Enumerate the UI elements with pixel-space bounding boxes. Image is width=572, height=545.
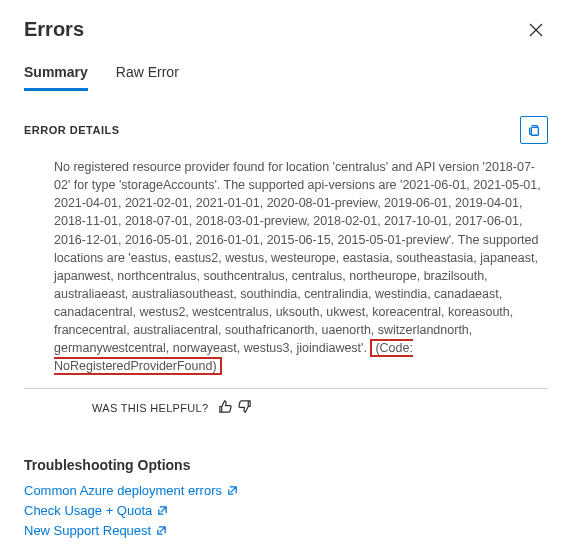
close-icon bbox=[528, 22, 544, 38]
thumbs-up-button[interactable] bbox=[218, 399, 233, 417]
link-check-usage-quota[interactable]: Check Usage + Quota bbox=[24, 503, 548, 518]
thumbs-down-icon bbox=[237, 399, 252, 414]
error-message: No registered resource provider found fo… bbox=[24, 158, 548, 389]
external-link-icon bbox=[227, 485, 238, 496]
troubleshooting-section: Troubleshooting Options Common Azure dep… bbox=[24, 453, 548, 538]
link-label: New Support Request bbox=[24, 523, 151, 538]
link-label: Check Usage + Quota bbox=[24, 503, 152, 518]
feedback-label: WAS THIS HELPFUL? bbox=[92, 402, 208, 414]
error-details-label: ERROR DETAILS bbox=[24, 124, 120, 136]
troubleshooting-title: Troubleshooting Options bbox=[24, 457, 548, 473]
thumbs-up-icon bbox=[218, 399, 233, 414]
tab-raw-error[interactable]: Raw Error bbox=[116, 64, 179, 91]
close-button[interactable] bbox=[524, 18, 548, 42]
error-message-text: No registered resource provider found fo… bbox=[54, 160, 541, 355]
tabs: Summary Raw Error bbox=[24, 64, 548, 92]
link-common-errors[interactable]: Common Azure deployment errors bbox=[24, 483, 548, 498]
svg-rect-2 bbox=[531, 127, 538, 135]
tab-summary[interactable]: Summary bbox=[24, 64, 88, 91]
copy-button[interactable] bbox=[520, 116, 548, 144]
panel-title: Errors bbox=[24, 18, 84, 41]
link-label: Common Azure deployment errors bbox=[24, 483, 222, 498]
copy-icon bbox=[527, 123, 541, 137]
external-link-icon bbox=[157, 505, 168, 516]
external-link-icon bbox=[156, 525, 167, 536]
link-new-support-request[interactable]: New Support Request bbox=[24, 523, 548, 538]
thumbs-down-button[interactable] bbox=[237, 399, 252, 417]
